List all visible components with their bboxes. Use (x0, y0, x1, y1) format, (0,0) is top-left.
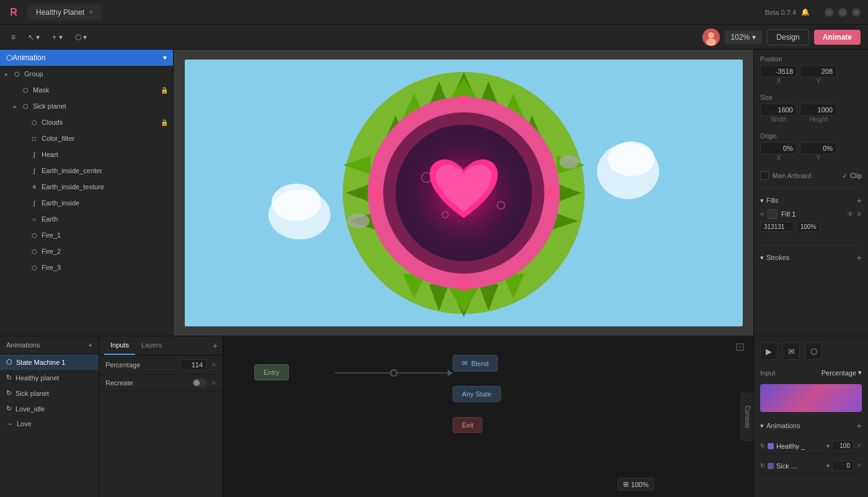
notification-icon[interactable]: 🔔 (801, 8, 810, 16)
height-field[interactable]: 1000 (800, 104, 837, 116)
connector-midpoint[interactable] (390, 369, 397, 377)
add-fill-button[interactable]: + (857, 195, 862, 205)
anim-state-machine-1[interactable]: ⬡ State Machine 1 (0, 354, 99, 370)
grid-icon-2[interactable]: ⬡ (805, 343, 822, 360)
anim-list-item-healthy: ↻ Healthy _ ▾ 100 ✕ (760, 438, 862, 454)
canvas-area[interactable] (174, 50, 753, 336)
svg-point-24 (347, 213, 370, 228)
entry-label: Entry (264, 369, 280, 376)
tab-inputs[interactable]: Inputs (104, 336, 135, 355)
eye-icon[interactable]: 👁 (847, 210, 854, 218)
sick-value-input[interactable]: 0 (832, 460, 854, 471)
remove-recreate-icon[interactable]: ✕ (211, 379, 216, 387)
delete-fill-icon[interactable]: ✕ (856, 210, 862, 218)
chevron-down-icon: ▾ (760, 197, 764, 205)
avatar (702, 29, 720, 46)
input-type-dropdown[interactable]: Percentage ▾ (822, 369, 862, 377)
layer-item-earth-inside[interactable]: ∫ Earth_inside (0, 195, 173, 211)
layer-item-earth-inside-center[interactable]: ∫ Earth_inside_center (0, 163, 173, 179)
layer-item-fire3[interactable]: ⬡ Fire_3 (0, 259, 173, 275)
anim-love-idle[interactable]: ↻ Love_idle (0, 401, 99, 416)
healthy-value-input[interactable]: 100 (832, 441, 854, 451)
zoom-fit-icon[interactable]: ⊡ (735, 340, 745, 354)
state-machine-right-panel: ▶ ✉ ⬡ Input Percentage ▾ ▾ Animations + … (753, 336, 868, 497)
canvas-zoom-control[interactable]: ⊞ 100% (618, 478, 654, 491)
earth-inside-texture-icon: ✳ (30, 184, 38, 190)
fill-hex-input[interactable]: 313131 (760, 222, 794, 232)
state-node-any-state[interactable]: Any State (453, 386, 501, 402)
anim-sick-planet[interactable]: ↻ Sick planet (0, 385, 99, 401)
y-label: Y (800, 78, 837, 84)
layer-item-earth[interactable]: ○ Earth (0, 211, 173, 227)
sick-anim-cycle-icon: ↻ (760, 462, 765, 469)
state-node-entry[interactable]: Entry (254, 364, 289, 380)
anim-love[interactable]: → Love (0, 416, 99, 431)
menu-button[interactable]: ≡ (7, 30, 19, 44)
origin-x-field[interactable]: 0% (760, 142, 797, 154)
anim-healthy-planet[interactable]: ↻ Healthy planet (0, 370, 99, 385)
chevron-down-icon-3: ▾ (858, 369, 862, 377)
mail-icon[interactable]: ✉ (782, 343, 800, 360)
maximize-button[interactable]: □ (838, 8, 847, 17)
origin-y-field[interactable]: 0% (800, 142, 837, 154)
console-tab[interactable]: Console (741, 392, 753, 441)
fire1-icon: ⬡ (30, 232, 38, 239)
minimize-button[interactable]: − (825, 8, 833, 17)
add-tool-button[interactable]: + ▾ (48, 30, 66, 44)
add-stroke-button[interactable]: + (857, 253, 862, 262)
remove-percentage-icon[interactable]: ✕ (211, 361, 216, 369)
fill-visible-icon[interactable]: ≈ (760, 210, 764, 218)
add-animation-button[interactable]: + (89, 341, 92, 349)
sick-dropdown-icon[interactable]: ▾ (826, 462, 830, 469)
state-node-exit[interactable]: Exit (453, 417, 482, 433)
state-machine-canvas[interactable]: ⊡ ⊞ 100% Console Entry ✉ Blend Any State… (223, 336, 753, 497)
remove-sick-icon[interactable]: ✕ (856, 462, 862, 470)
healthy-planet-icon: ↻ (6, 374, 12, 382)
clip-check[interactable]: ✓ Clip (842, 172, 862, 180)
fill-item: ≈ Fill 1 👁 ✕ (760, 209, 862, 219)
svg-point-38 (546, 188, 556, 198)
zoom-button[interactable]: 102% ▾ (725, 30, 763, 44)
artboard-checkbox[interactable] (760, 171, 769, 180)
panel-header: ⬡ Animation ▾ (0, 50, 173, 66)
svg-point-1 (708, 32, 714, 38)
properties-panel: Position -3518 X 208 Y Size 1600 (753, 50, 868, 336)
close-button[interactable]: × (852, 8, 861, 17)
heart-icon: ∫ (30, 151, 38, 158)
add-input-button[interactable]: + (213, 341, 218, 351)
select-tool-button[interactable]: ↖ ▾ (24, 30, 43, 44)
layer-item-earth-inside-texture[interactable]: ✳ Earth_inside_texture (0, 179, 173, 195)
layer-tree: ▸ ⬡ Group ⬡ Mask 🔒 ▸ ⬡ Sick planet ⬡ Clo… (0, 66, 173, 336)
recreate-toggle[interactable] (192, 378, 207, 387)
blend-label: Blend (471, 360, 489, 367)
export-tool-button[interactable]: ⬡ ▾ (71, 30, 91, 44)
layer-item-heart[interactable]: ∫ Heart (0, 146, 173, 163)
remove-healthy-icon[interactable]: ✕ (856, 442, 862, 450)
layer-item-sick-planet[interactable]: ▸ ⬡ Sick planet (0, 98, 173, 114)
panel-collapse-icon[interactable]: ▾ (163, 53, 167, 62)
fill-swatch[interactable] (768, 209, 777, 219)
title-tab[interactable]: Healthy Planet × (27, 4, 102, 20)
state-node-blend[interactable]: ✉ Blend (453, 355, 498, 372)
healthy-dropdown-icon[interactable]: ▾ (826, 442, 830, 449)
add-animation-state-button[interactable]: + (857, 421, 862, 431)
fill-opacity-input[interactable]: 100% (797, 222, 820, 232)
svg-point-25 (559, 155, 579, 169)
width-field[interactable]: 1600 (760, 104, 797, 116)
layer-item-mask[interactable]: ⬡ Mask 🔒 (0, 82, 173, 98)
layer-item-fire1[interactable]: ⬡ Fire_1 (0, 227, 173, 243)
position-x-field[interactable]: -3518 (760, 65, 797, 78)
percentage-input[interactable] (180, 359, 207, 370)
layer-item-fire2[interactable]: ⬡ Fire_2 (0, 243, 173, 259)
animate-mode-button[interactable]: Animate (814, 30, 861, 45)
height-label: Height (800, 116, 837, 123)
position-y-field[interactable]: 208 (800, 65, 837, 78)
exit-label: Exit (462, 421, 473, 429)
layer-item-clouds[interactable]: ⬡ Clouds 🔒 (0, 114, 173, 130)
tab-close-icon[interactable]: × (89, 9, 93, 16)
design-mode-button[interactable]: Design (767, 29, 808, 45)
play-icon[interactable]: ▶ (760, 343, 777, 360)
tab-layers[interactable]: Layers (135, 336, 168, 355)
layer-item[interactable]: ▸ ⬡ Group (0, 66, 173, 82)
layer-item-color-filter[interactable]: □ Color_filter (0, 130, 173, 146)
